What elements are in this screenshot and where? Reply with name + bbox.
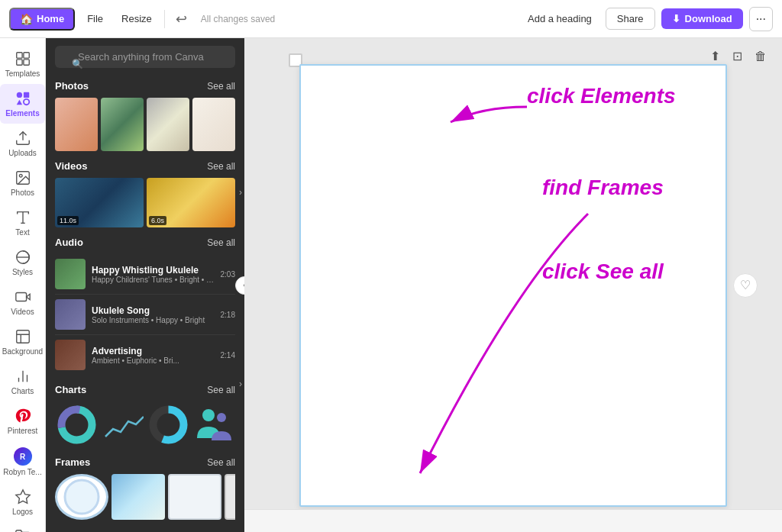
audio-title-3: Advertising	[92, 346, 215, 356]
photos-see-all-button[interactable]: See all	[207, 81, 235, 92]
saved-status: All changes saved	[201, 14, 275, 24]
frame-thumb-4[interactable]	[225, 474, 235, 520]
undo-button[interactable]: ↩	[171, 8, 192, 31]
elements-panel: Photos See all Videos See all	[46, 38, 244, 532]
sidebar-item-uploads-label: Uploads	[8, 149, 37, 157]
frame-thumb-2[interactable]	[111, 474, 165, 520]
charts-see-all-button[interactable]: See all	[207, 385, 235, 395]
frames-chevron[interactable]: ›	[237, 371, 244, 397]
chart-line[interactable]	[101, 401, 144, 447]
audio-section: Audio See all Happy Whistling Ukulele Ha…	[46, 231, 244, 378]
panel-content: Photos See all Videos See all	[46, 74, 244, 532]
audio-info-2: Ukulele Song Solo Instruments • Happy • …	[92, 305, 215, 324]
canvas-copy-button[interactable]: ⊡	[729, 46, 745, 66]
video-thumb-2[interactable]: 6.0s	[147, 178, 235, 227]
more-options-button[interactable]: ···	[749, 7, 773, 31]
sidebar-item-uploads[interactable]: Uploads	[0, 124, 45, 163]
sidebar-item-pinterest[interactable]: Pinterest	[0, 401, 45, 441]
photo-thumb-3[interactable]	[147, 98, 189, 151]
topbar-right: Add a heading Share ⬇ Download ···	[520, 7, 773, 31]
canvas-area: ⬆ ⊡ 🗑 ♡ click Elements	[244, 38, 782, 532]
charts-section-header: Charts See all	[55, 384, 235, 395]
svg-point-7	[23, 99, 28, 105]
photo-thumb-2[interactable]	[101, 98, 144, 151]
sidebar-item-logos[interactable]: Logos	[0, 482, 45, 522]
frames-row	[55, 474, 235, 520]
sidebar-item-charts[interactable]: Charts	[0, 362, 45, 401]
audio-thumb-1	[55, 259, 86, 289]
chart-donut2[interactable]	[147, 401, 189, 447]
svg-rect-15	[16, 330, 29, 343]
sidebar-item-text-label: Text	[15, 228, 29, 237]
audio-title-2: Ukulele Song	[92, 305, 215, 316]
sidebar-item-background-label: Background	[2, 347, 43, 356]
sidebar-item-text[interactable]: Text	[0, 203, 45, 243]
canvas-export-button[interactable]: ⬆	[707, 46, 723, 66]
heart-button[interactable]: ♡	[733, 273, 758, 298]
sidebar-item-roblynte[interactable]: R Robyn Te...	[0, 441, 45, 482]
audio-item-1[interactable]: Happy Whistling Ukulele Happy Childrens'…	[55, 254, 235, 295]
audio-info-3: Advertising Ambient • Euphoric • Bri...	[92, 346, 215, 365]
sidebar-item-elements-label: Elements	[5, 109, 39, 118]
videos-section-header: Videos See all	[55, 160, 235, 172]
add-heading-button[interactable]: Add a heading	[520, 9, 599, 28]
videos-chevron[interactable]: ›	[237, 179, 244, 205]
sidebar-item-styles[interactable]: Styles	[0, 243, 45, 282]
photo-thumb-1[interactable]	[55, 98, 98, 151]
svg-marker-6	[16, 100, 21, 105]
topbar: 🏠 Home File Resize ↩ All changes saved A…	[0, 0, 782, 38]
frames-section-header: Frames See all	[55, 456, 235, 468]
videos-see-all-button[interactable]: See all	[207, 161, 235, 172]
photo-thumb-4[interactable]	[192, 98, 235, 151]
icon-sidebar: Templates Elements Uploads Photos	[0, 38, 46, 532]
canvas-delete-button[interactable]: 🗑	[751, 46, 770, 66]
audio-see-all-button[interactable]: See all	[207, 237, 235, 248]
sidebar-item-background[interactable]: Background	[0, 322, 45, 362]
canvas-page[interactable]	[299, 64, 727, 507]
audio-section-title: Audio	[55, 237, 83, 248]
audio-section-header: Audio See all	[55, 237, 235, 248]
sidebar-item-pinterest-label: Pinterest	[8, 427, 37, 435]
svg-rect-1	[23, 53, 28, 58]
photos-section: Photos See all	[46, 74, 244, 154]
frames-see-all-button[interactable]: See all	[207, 457, 235, 468]
sidebar-item-templates-label: Templates	[5, 69, 40, 78]
canvas-toolbar: ⬆ ⊡ 🗑	[707, 46, 770, 66]
videos-section-title: Videos	[55, 160, 87, 172]
main-layout: Templates Elements Uploads Photos	[0, 38, 782, 532]
charts-row	[55, 401, 235, 447]
charts-section-title: Charts	[55, 384, 86, 395]
chart-donut[interactable]	[55, 401, 98, 447]
resize-button[interactable]: Resize	[115, 9, 158, 28]
photos-section-header: Photos See all	[55, 80, 235, 92]
frame-thumb-1[interactable]	[55, 474, 108, 520]
frame-thumb-3[interactable]	[168, 474, 221, 520]
photos-row	[55, 98, 235, 151]
home-button[interactable]: 🏠 Home	[9, 8, 75, 31]
video-duration-1: 11.0s	[57, 216, 79, 225]
sidebar-item-folders[interactable]: Folders	[0, 522, 45, 532]
sidebar-item-videos[interactable]: Videos	[0, 282, 45, 322]
chart-people[interactable]	[192, 401, 235, 447]
sidebar-item-photos-label: Photos	[11, 189, 34, 197]
download-label: Download	[685, 13, 732, 24]
file-button[interactable]: File	[81, 9, 109, 28]
audio-item-2[interactable]: Ukulele Song Solo Instruments • Happy • …	[55, 295, 235, 335]
sidebar-item-templates[interactable]: Templates	[0, 44, 45, 84]
audio-meta-2: Solo Instruments • Happy • Bright	[92, 316, 215, 324]
svg-rect-2	[16, 60, 21, 65]
audio-thumb-3	[55, 340, 86, 370]
download-button[interactable]: ⬇ Download	[661, 8, 743, 29]
search-input[interactable]	[55, 46, 235, 68]
audio-meta-1: Happy Childrens' Tunes • Bright • Happy	[92, 276, 215, 284]
share-button[interactable]: Share	[606, 8, 655, 30]
audio-item-3[interactable]: Advertising Ambient • Euphoric • Bri... …	[55, 335, 235, 375]
sidebar-item-elements[interactable]: Elements	[0, 84, 45, 124]
frames-section-title: Frames	[55, 456, 90, 468]
audio-duration-2: 2:18	[221, 311, 235, 319]
frames-section: Frames See all	[46, 450, 244, 523]
svg-rect-3	[23, 60, 28, 65]
video-thumb-1[interactable]: 11.0s	[55, 178, 144, 227]
audio-meta-3: Ambient • Euphoric • Bri...	[92, 356, 215, 365]
sidebar-item-photos[interactable]: Photos	[0, 163, 45, 203]
